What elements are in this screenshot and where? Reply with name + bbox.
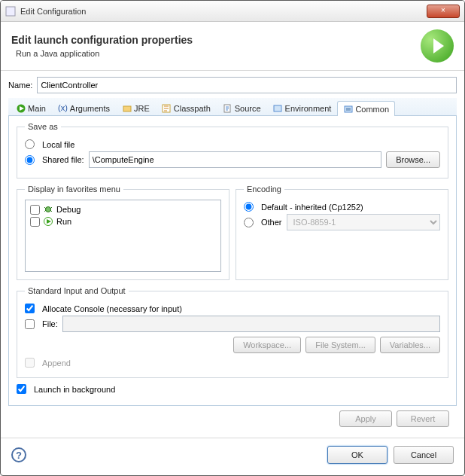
run-small-icon [16, 103, 26, 113]
svg-point-9 [46, 207, 51, 212]
revert-button[interactable]: Revert [397, 410, 449, 427]
run-mini-icon [43, 216, 53, 227]
launch-background-label: Launch in background [34, 385, 115, 394]
tab-classpath[interactable]: Classpath [156, 100, 217, 115]
favorites-debug-checkbox[interactable] [30, 205, 40, 215]
tab-jre-label: JRE [134, 104, 150, 113]
tab-environment[interactable]: Environment [267, 100, 338, 115]
encoding-other-radio[interactable] [244, 218, 254, 227]
help-icon[interactable]: ? [11, 447, 26, 462]
tab-main[interactable]: Main [10, 100, 52, 115]
favorites-run-label: Run [56, 217, 71, 226]
name-input[interactable] [37, 77, 457, 93]
file-label: File: [42, 319, 58, 328]
environment-icon [273, 103, 283, 113]
encoding-default-radio[interactable] [244, 202, 254, 212]
append-label: Append [42, 359, 71, 368]
svg-line-10 [44, 207, 46, 209]
svg-text:(x)=: (x)= [58, 104, 68, 112]
footer: ? OK Cancel [1, 438, 464, 471]
shared-file-label: Shared file: [42, 155, 84, 164]
save-as-group: Save as Local file Shared file: Browse..… [17, 122, 448, 178]
variables-button[interactable]: Variables... [380, 337, 440, 353]
arguments-icon: (x)= [58, 103, 68, 113]
tab-panel: Save as Local file Shared file: Browse..… [8, 116, 457, 406]
shared-file-radio[interactable] [25, 155, 35, 165]
encoding-other-label: Other [261, 218, 282, 227]
window-title: Edit Configuration [20, 7, 427, 16]
tab-main-label: Main [28, 104, 46, 113]
tab-environment-label: Environment [285, 104, 332, 113]
file-checkbox[interactable] [25, 319, 35, 329]
svg-rect-4 [123, 106, 131, 111]
tab-common-label: Common [355, 105, 389, 114]
browse-button[interactable]: Browse... [386, 151, 440, 168]
favorites-list[interactable]: Debug Run [25, 200, 221, 272]
favorites-item-debug[interactable]: Debug [29, 203, 217, 215]
favorites-debug-label: Debug [56, 205, 81, 214]
tab-classpath-label: Classpath [174, 104, 211, 113]
tab-arguments-label: Arguments [70, 104, 110, 113]
encoding-legend: Encoding [244, 185, 284, 194]
svg-line-13 [50, 210, 52, 212]
run-icon [421, 29, 454, 63]
tab-common[interactable]: Common [337, 101, 395, 116]
tab-bar: Main (x)= Arguments JRE Classpath Source… [8, 98, 457, 116]
tab-arguments[interactable]: (x)= Arguments [52, 100, 116, 115]
debug-icon [43, 204, 53, 215]
svg-rect-0 [6, 7, 15, 16]
favorites-legend: Display in favorites menu [25, 185, 123, 194]
tab-source[interactable]: Source [217, 100, 267, 115]
file-system-button[interactable]: File System... [305, 337, 375, 353]
svg-rect-8 [345, 106, 352, 112]
append-checkbox[interactable] [25, 358, 35, 368]
io-legend: Standard Input and Output [25, 286, 129, 295]
svg-line-12 [44, 210, 46, 212]
workspace-button[interactable]: Workspace... [233, 337, 301, 353]
launch-background-checkbox[interactable] [17, 384, 26, 394]
titlebar: Edit Configuration × [1, 1, 464, 22]
banner-title: Edit launch configuration properties [11, 34, 421, 46]
tab-jre[interactable]: JRE [116, 100, 156, 115]
jre-icon [122, 103, 132, 113]
encoding-default-label: Default - inherited (Cp1252) [261, 203, 363, 212]
svg-line-11 [50, 207, 52, 209]
source-icon [223, 103, 232, 113]
file-input[interactable] [62, 316, 440, 332]
favorites-group: Display in favorites menu Debug Run [17, 185, 229, 280]
svg-rect-7 [274, 105, 281, 111]
ok-button[interactable]: OK [327, 446, 388, 464]
cancel-button[interactable]: Cancel [394, 446, 454, 464]
favorites-item-run[interactable]: Run [29, 215, 217, 227]
name-label: Name: [8, 81, 32, 90]
apply-button[interactable]: Apply [339, 410, 392, 427]
common-icon [343, 104, 353, 114]
io-group: Standard Input and Output Allocate Conso… [17, 286, 448, 378]
local-file-radio[interactable] [25, 139, 35, 149]
close-button[interactable]: × [427, 5, 460, 18]
window-icon [5, 6, 16, 17]
encoding-group: Encoding Default - inherited (Cp1252) Ot… [236, 185, 448, 280]
classpath-icon [162, 103, 172, 113]
shared-file-input[interactable] [89, 151, 381, 168]
local-file-label: Local file [42, 140, 74, 149]
save-as-legend: Save as [25, 122, 61, 131]
banner: Edit launch configuration properties Run… [1, 22, 464, 71]
tab-source-label: Source [235, 104, 261, 113]
allocate-console-checkbox[interactable] [25, 304, 35, 313]
encoding-select[interactable]: ISO-8859-1 [287, 214, 440, 230]
banner-subtitle: Run a Java application [11, 49, 421, 58]
favorites-run-checkbox[interactable] [30, 217, 40, 227]
allocate-console-label: Allocate Console (necessary for input) [42, 304, 182, 313]
